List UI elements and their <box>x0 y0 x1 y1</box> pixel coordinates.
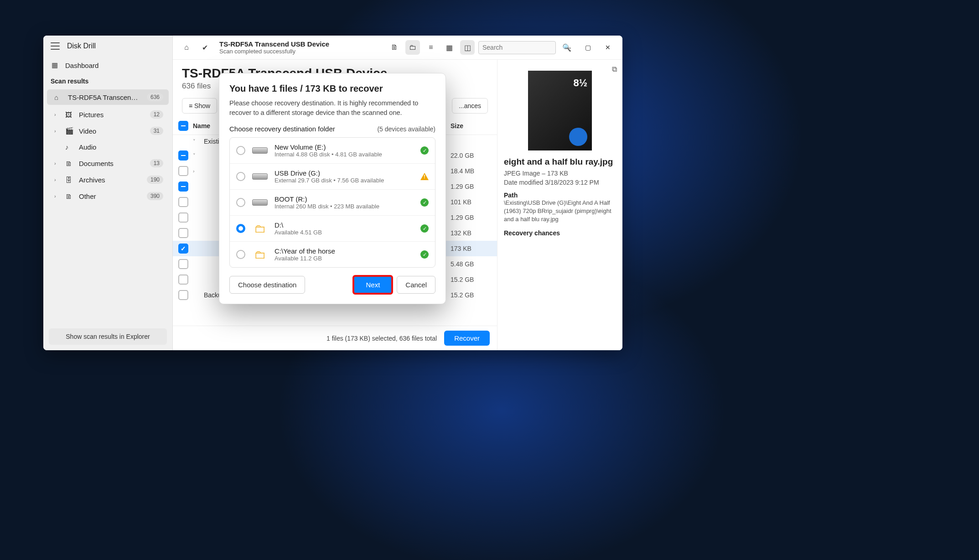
row-checkbox[interactable] <box>178 275 188 285</box>
dest-info: USB Drive (G:) External 29.7 GB disk • 7… <box>275 169 414 184</box>
detail-path-label: Path <box>504 192 616 199</box>
row-checkbox[interactable] <box>178 259 188 269</box>
sidebar-cat-documents[interactable]: › 🗎 Documents 13 <box>47 156 169 171</box>
app-title: Disk Drill <box>67 42 96 50</box>
dest-radio[interactable] <box>236 224 245 233</box>
sidebar: Disk Drill ▦ Dashboard Scan results ⌂ TS… <box>43 36 173 350</box>
cat-label: Pictures <box>79 111 145 119</box>
cat-label: Other <box>79 192 141 200</box>
next-highlight: Next <box>353 276 392 294</box>
close-button[interactable]: ✕ <box>600 40 616 55</box>
dest-row[interactable]: New Volume (E:) Internal 4.88 GB disk • … <box>230 138 435 164</box>
chevron-icon[interactable]: ˅ <box>193 153 199 159</box>
row-checkbox[interactable] <box>178 290 188 300</box>
sidebar-cat-other[interactable]: › 🗎 Other 390 <box>47 188 169 204</box>
dest-row[interactable]: BOOT (R:) Internal 260 MB disk • 223 MB … <box>230 190 435 216</box>
dest-meta: Available 11.2 GB <box>275 255 414 262</box>
dest-radio[interactable] <box>236 172 245 181</box>
cat-icon: ♪ <box>65 143 73 151</box>
folder-icon: 🗀 <box>252 223 268 234</box>
sidebar-cat-video[interactable]: › 🎬 Video 31 <box>47 123 169 139</box>
sidebar-cat-audio[interactable]: ♪ Audio <box>47 140 169 155</box>
col-size-header[interactable]: Size <box>451 122 492 130</box>
dest-radio[interactable] <box>236 250 245 259</box>
row-checkbox[interactable] <box>178 244 188 254</box>
recover-button[interactable]: Recover <box>444 331 490 346</box>
row-size: 101 KB <box>451 198 492 206</box>
dest-radio[interactable] <box>236 198 245 207</box>
modal-description: Please choose recovery destination. It i… <box>229 99 435 118</box>
sidebar-cat-pictures[interactable]: › 🖼 Pictures 12 <box>47 107 169 122</box>
chevron-icon[interactable]: ˅ <box>193 139 199 145</box>
row-size: 15.2 GB <box>451 291 492 299</box>
row-size: 173 KB <box>451 245 492 252</box>
detail-path: \Existing\USB Drive (G)\Eight And A Half… <box>504 199 616 224</box>
chevron-right-icon: › <box>54 128 60 134</box>
search-input[interactable] <box>482 44 562 51</box>
cat-icon: 🗄 <box>65 176 73 184</box>
dest-meta: Internal 4.88 GB disk • 4.81 GB availabl… <box>275 151 414 158</box>
scan-results-header: Scan results <box>43 74 172 88</box>
check-status-icon: ✔ <box>197 40 212 55</box>
ok-icon: ✓ <box>420 198 429 207</box>
chances-filter-button[interactable]: ...ances <box>452 98 488 114</box>
dest-row[interactable]: USB Drive (G:) External 29.7 GB disk • 7… <box>230 164 435 190</box>
destination-label: Choose recovery destination folder <box>229 125 335 133</box>
row-checkbox[interactable] <box>178 228 188 238</box>
next-button[interactable]: Next <box>353 276 392 294</box>
chevron-right-icon: › <box>54 177 60 182</box>
file-view-icon[interactable]: 🗎 <box>387 40 402 55</box>
cancel-button[interactable]: Cancel <box>397 276 435 294</box>
ok-icon: ✓ <box>420 250 429 259</box>
chevron-right-icon: › <box>54 193 60 199</box>
cat-label: Archives <box>79 176 141 184</box>
dest-info: C:\Year of the horse Available 11.2 GB <box>275 247 414 262</box>
select-all-checkbox[interactable] <box>178 121 188 131</box>
dest-meta: External 29.7 GB disk • 7.56 GB availabl… <box>275 177 414 184</box>
row-checkbox[interactable] <box>178 150 188 161</box>
status-bar: 1 files (173 KB) selected, 636 files tot… <box>173 326 497 350</box>
row-size: 18.4 MB <box>451 167 492 175</box>
panel-view-icon[interactable]: ◫ <box>460 40 475 55</box>
dest-name: D:\ <box>275 221 414 229</box>
destination-list[interactable]: New Volume (E:) Internal 4.88 GB disk • … <box>229 137 435 268</box>
dest-info: BOOT (R:) Internal 260 MB disk • 223 MB … <box>275 195 414 210</box>
choose-destination-button[interactable]: Choose destination <box>229 276 305 294</box>
show-filter-button[interactable]: ≡ Show <box>182 98 217 114</box>
chevron-icon[interactable]: › <box>193 168 199 174</box>
show-in-explorer-button[interactable]: Show scan results in Explorer <box>49 328 167 345</box>
row-checkbox[interactable] <box>178 197 188 207</box>
sidebar-device-label: TS-RDF5A Transcend US... <box>68 93 141 101</box>
folder-view-icon[interactable]: 🗀 <box>405 40 420 55</box>
ok-icon: ✓ <box>420 146 429 155</box>
toolbar-sub: Scan completed successfully <box>219 48 329 55</box>
list-view-icon[interactable]: ≡ <box>424 40 438 55</box>
popout-icon[interactable]: ⧉ <box>612 65 617 73</box>
cat-label: Video <box>79 127 145 135</box>
nav-dashboard[interactable]: ▦ Dashboard <box>43 57 172 74</box>
search-box[interactable]: 🔍 <box>478 41 556 54</box>
row-checkbox[interactable] <box>178 166 188 176</box>
hamburger-icon[interactable] <box>51 42 60 50</box>
home-icon[interactable]: ⌂ <box>179 40 194 55</box>
chevron-right-icon: › <box>54 161 60 166</box>
row-size: 1.29 GB <box>451 214 492 221</box>
sidebar-device-row[interactable]: ⌂ TS-RDF5A Transcend US... 636 <box>47 89 169 105</box>
cat-icon: 🖼 <box>65 111 73 119</box>
detail-panel: ⧉ eight and a half blu ray.jpg JPEG Imag… <box>497 60 622 350</box>
cat-label: Audio <box>79 143 163 151</box>
minimize-button[interactable]: — <box>559 40 576 55</box>
hdd-icon <box>252 197 268 208</box>
grid-view-icon[interactable]: ▦ <box>442 40 456 55</box>
hdd-icon <box>252 145 268 156</box>
dest-row[interactable]: 🗀 C:\Year of the horse Available 11.2 GB… <box>230 242 435 267</box>
dest-row[interactable]: 🗀 D:\ Available 4.51 GB ✓ <box>230 216 435 242</box>
dest-name: C:\Year of the horse <box>275 247 414 255</box>
sidebar-cat-archives[interactable]: › 🗄 Archives 190 <box>47 172 169 187</box>
dest-radio[interactable] <box>236 146 245 155</box>
cat-label: Documents <box>79 160 145 167</box>
row-checkbox[interactable] <box>178 181 188 192</box>
dest-info: New Volume (E:) Internal 4.88 GB disk • … <box>275 143 414 158</box>
maximize-button[interactable]: ▢ <box>580 40 596 55</box>
row-checkbox[interactable] <box>178 213 188 223</box>
